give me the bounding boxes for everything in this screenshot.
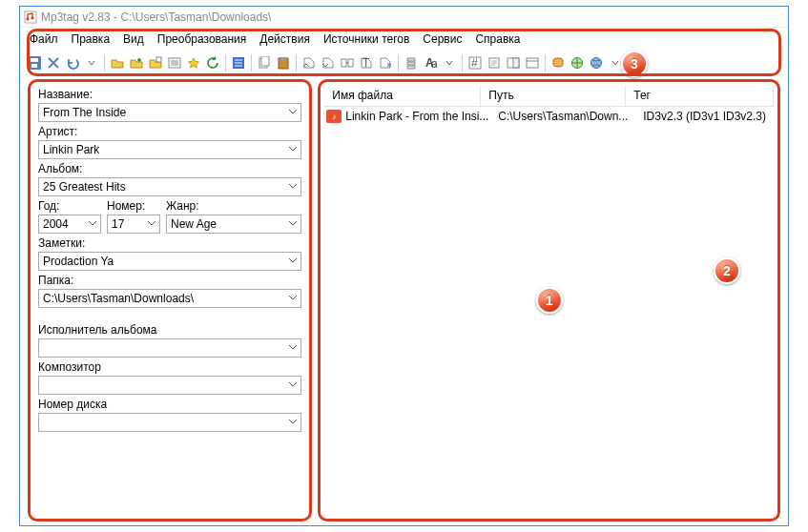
- label-albumartist: Исполнитель альбома: [38, 323, 301, 337]
- label-artist: Артист:: [38, 125, 301, 138]
- list-header: Имя файла Путь Тег: [324, 86, 774, 107]
- cell-path: C:\Users\Tasman\Down...: [498, 110, 643, 123]
- title-field[interactable]: [38, 103, 301, 122]
- svg-text:T: T: [363, 56, 370, 70]
- save-icon[interactable]: [26, 54, 43, 72]
- menubar: Файл Правка Вид Преобразования Действия …: [20, 28, 788, 51]
- col-filename[interactable]: Имя файла: [324, 86, 481, 106]
- menu-edit[interactable]: Правка: [72, 32, 111, 46]
- label-composer: Композитор: [38, 360, 301, 374]
- cell-filename: Linkin Park - From the Insi...: [345, 110, 498, 123]
- track-field[interactable]: [107, 215, 160, 234]
- text-to-tag-icon[interactable]: T: [358, 54, 375, 72]
- number-tracks-icon[interactable]: #: [466, 54, 484, 72]
- annotation-badge-1: 1: [536, 287, 563, 314]
- col-tag[interactable]: Тег: [626, 86, 774, 106]
- col-path[interactable]: Путь: [481, 86, 626, 106]
- separator: [104, 54, 105, 72]
- label-track: Номер:: [107, 199, 160, 213]
- menu-file[interactable]: Файл: [30, 32, 58, 46]
- dropdown-arrow-icon[interactable]: [441, 54, 458, 72]
- svg-rect-14: [348, 59, 353, 67]
- audio-file-icon: ♪: [326, 110, 342, 123]
- menu-sources[interactable]: Источники тегов: [323, 32, 409, 46]
- refresh-icon[interactable]: [204, 54, 221, 72]
- label-folder: Папка:: [38, 274, 301, 287]
- svg-rect-22: [513, 58, 519, 68]
- folder-open-icon[interactable]: [109, 54, 126, 72]
- artist-field[interactable]: [38, 140, 301, 159]
- svg-point-1: [26, 17, 29, 20]
- window-title: Mp3tag v2.83 - C:\Users\Tasman\Downloads…: [41, 10, 271, 24]
- svg-rect-5: [31, 64, 37, 68]
- freedb-icon[interactable]: [549, 54, 567, 72]
- composer-field[interactable]: [38, 376, 301, 395]
- comment-field[interactable]: [38, 252, 301, 271]
- svg-rect-23: [527, 58, 538, 68]
- toolbar: T Aa #: [20, 51, 788, 75]
- delete-icon[interactable]: [45, 54, 62, 72]
- app-window: Mp3tag v2.83 - C:\Users\Tasman\Downloads…: [19, 6, 789, 526]
- file-row[interactable]: ♪ Linkin Park - From the Insi... C:\User…: [324, 107, 774, 126]
- separator: [225, 54, 226, 72]
- websource-icon[interactable]: [569, 54, 586, 72]
- extended-tags-icon[interactable]: [505, 54, 522, 72]
- find-icon[interactable]: [486, 54, 503, 72]
- menu-help[interactable]: Справка: [475, 32, 520, 46]
- label-comment: Заметки:: [38, 236, 301, 250]
- menu-view[interactable]: Вид: [123, 32, 144, 46]
- folder-add-icon[interactable]: [128, 54, 145, 72]
- genre-field[interactable]: [166, 215, 301, 234]
- svg-rect-4: [31, 58, 38, 62]
- dropdown-arrow-icon[interactable]: [83, 54, 100, 72]
- label-genre: Жанр:: [166, 199, 301, 213]
- label-album: Альбом:: [38, 162, 301, 175]
- separator: [296, 54, 297, 72]
- svg-rect-13: [342, 59, 346, 67]
- menu-actions[interactable]: Действия: [259, 32, 310, 46]
- album-field[interactable]: [38, 177, 301, 196]
- folder-field[interactable]: [38, 289, 301, 308]
- playlist-icon[interactable]: [166, 54, 183, 72]
- separator: [251, 54, 252, 72]
- albumartist-field[interactable]: [38, 338, 301, 358]
- file-from-tag-icon[interactable]: [320, 54, 337, 72]
- copy-icon[interactable]: [256, 54, 273, 72]
- paste-icon[interactable]: [275, 54, 292, 72]
- svg-point-2: [31, 16, 33, 19]
- year-field[interactable]: [38, 215, 101, 234]
- folder-list-icon[interactable]: [147, 54, 164, 72]
- actions-icon[interactable]: Aa: [422, 54, 439, 72]
- svg-rect-6: [156, 57, 161, 62]
- tag-from-file-icon[interactable]: [300, 54, 318, 72]
- disc-field[interactable]: [38, 413, 301, 432]
- menu-convert[interactable]: Преобразования: [157, 32, 247, 46]
- actions-quick-icon[interactable]: [403, 54, 420, 72]
- label-year: Год:: [38, 199, 101, 213]
- titlebar: Mp3tag v2.83 - C:\Users\Tasman\Downloads…: [20, 7, 788, 28]
- svg-rect-10: [261, 56, 269, 66]
- label-disc: Номер диска: [38, 398, 301, 411]
- svg-text:a: a: [431, 57, 437, 70]
- tag-to-tag-icon[interactable]: [339, 54, 356, 72]
- annotation-badge-3: 3: [621, 51, 648, 77]
- svg-text:#: #: [471, 56, 478, 70]
- cell-tag: ID3v2.3 (ID3v1 ID3v2.3): [643, 110, 774, 123]
- tag-panel: Название: Артист: Альбом: Год: Номер: Жа…: [28, 79, 312, 522]
- favorites-icon[interactable]: [185, 54, 202, 72]
- menu-service[interactable]: Сервис: [423, 32, 462, 46]
- properties-icon[interactable]: [524, 54, 541, 72]
- globe-icon[interactable]: [588, 54, 605, 72]
- tag-to-text-icon[interactable]: [377, 54, 394, 72]
- separator: [398, 54, 399, 72]
- separator: [462, 54, 463, 72]
- svg-rect-12: [280, 57, 286, 60]
- file-list-panel: Имя файла Путь Тег ♪ Linkin Park - From …: [318, 79, 780, 522]
- label-title: Название:: [38, 88, 301, 101]
- separator: [545, 54, 546, 72]
- svg-point-26: [591, 57, 602, 68]
- select-all-icon[interactable]: [230, 54, 247, 72]
- undo-icon[interactable]: [64, 54, 81, 72]
- app-icon: [24, 10, 37, 24]
